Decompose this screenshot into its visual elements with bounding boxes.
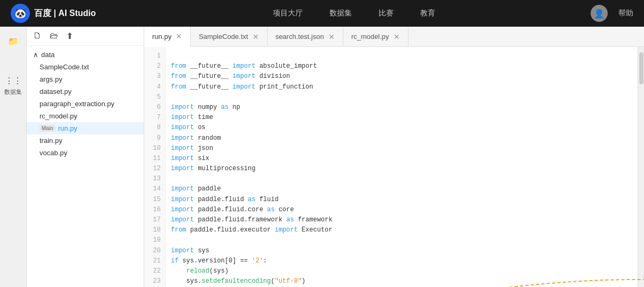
- tree-file-name: vocab.py: [40, 149, 67, 157]
- new-file-icon[interactable]: 🗋: [33, 31, 42, 41]
- line-num: 8: [144, 123, 165, 133]
- scrollbar-thumb[interactable]: [639, 52, 643, 84]
- line-num: 5: [144, 92, 165, 102]
- nav-right: 👤 帮助: [591, 5, 633, 22]
- main-badge: Main: [40, 125, 56, 132]
- tab-runpy[interactable]: run.py ✕: [144, 27, 191, 47]
- nav-link-datasets[interactable]: 数据集: [329, 9, 352, 18]
- line-num: 6: [144, 102, 165, 113]
- sidebar-item-datasets[interactable]: ⋮⋮ 数据集: [2, 71, 25, 99]
- tab-close-icon[interactable]: ✕: [328, 33, 335, 41]
- line-num: 22: [144, 266, 165, 276]
- upload-icon[interactable]: ⬆: [66, 31, 73, 41]
- tab-rcmodel[interactable]: rc_model.py ✕: [343, 27, 409, 46]
- main-layout: 📁 ⋮⋮ 数据集 🗋 🗁 ⬆ ∧ data SampleCode.txt arg…: [0, 27, 644, 287]
- line-num: 14: [144, 184, 165, 194]
- tree-folder-label: data: [41, 51, 54, 59]
- tab-label: SampleCode.txt: [199, 33, 248, 41]
- tree-file-rcmodel[interactable]: rc_model.py: [27, 110, 144, 122]
- tab-close-icon[interactable]: ✕: [394, 33, 400, 41]
- tab-label: run.py: [152, 33, 171, 41]
- help-link[interactable]: 帮助: [618, 9, 633, 18]
- tree-file-paragraph[interactable]: paragraph_extraction.py: [27, 98, 144, 110]
- tree-file-name: train.py: [40, 137, 62, 145]
- tree-file-samplecode[interactable]: SampleCode.txt: [27, 61, 144, 73]
- vertical-scrollbar[interactable]: [638, 47, 644, 287]
- editor-tabs: run.py ✕ SampleCode.txt ✕ search.test.js…: [144, 27, 644, 47]
- tab-searchtest[interactable]: search.test.json ✕: [268, 27, 343, 46]
- line-num: 9: [144, 133, 165, 144]
- code-editor: 1 2 3 4 5 6 7 8 9 10 11 12 13 14 15 16 1: [144, 47, 644, 287]
- tab-label: search.test.json: [276, 33, 324, 41]
- top-nav: 🐼 百度 | AI Studio 项目大厅 数据集 比赛 教育 👤 帮助: [0, 0, 644, 27]
- tree-file-name: SampleCode.txt: [40, 63, 89, 71]
- file-tree: 🗋 🗁 ⬆ ∧ data SampleCode.txt args.py data…: [27, 27, 144, 287]
- line-num: 2: [144, 61, 165, 71]
- tree-file-name: paragraph_extraction.py: [40, 100, 114, 108]
- editor-outer: run.py ✕ SampleCode.txt ✕ search.test.js…: [144, 27, 644, 287]
- line-num: 18: [144, 225, 165, 235]
- tree-file-name: run.py: [58, 124, 77, 132]
- sidebar-icons: 📁 ⋮⋮ 数据集: [0, 27, 27, 287]
- tree-file-name: rc_model.py: [40, 112, 77, 120]
- line-num: 11: [144, 154, 165, 164]
- line-num: 1: [144, 51, 165, 61]
- tree-file-train[interactable]: train.py: [27, 134, 144, 147]
- new-folder-icon[interactable]: 🗁: [50, 31, 58, 41]
- tree-folder-data[interactable]: ∧ data: [27, 49, 144, 61]
- line-num: 17: [144, 215, 165, 225]
- nav-links: 项目大厅 数据集 比赛 教育: [117, 9, 591, 18]
- tree-file-name: args.py: [40, 75, 62, 83]
- logo-text: 百度 | AI Studio: [34, 8, 96, 19]
- sidebar-datasets-label: 数据集: [4, 88, 22, 96]
- code-content[interactable]: from __future__ import absolute_import f…: [166, 47, 638, 287]
- tab-close-icon[interactable]: ✕: [176, 33, 182, 40]
- grid-icon: ⋮⋮: [7, 74, 20, 87]
- line-num: 21: [144, 256, 165, 266]
- line-num: 20: [144, 246, 165, 256]
- tree-file-vocab[interactable]: vocab.py: [27, 147, 144, 159]
- baidu-logo-icon: 🐼: [11, 4, 30, 23]
- tree-file-args[interactable]: args.py: [27, 73, 144, 85]
- tab-samplecode[interactable]: SampleCode.txt ✕: [191, 27, 268, 46]
- file-tree-toolbar: 🗋 🗁 ⬆: [27, 27, 144, 46]
- folder-chevron-icon: ∧: [33, 51, 38, 59]
- line-num: 23: [144, 276, 165, 286]
- line-num: 12: [144, 164, 165, 174]
- line-num: 19: [144, 235, 165, 245]
- tree-file-name: dataset.py: [40, 87, 72, 95]
- line-num: 10: [144, 144, 165, 154]
- tab-label: rc_model.py: [351, 33, 389, 41]
- editor-area: run.py ✕ SampleCode.txt ✕ search.test.js…: [144, 27, 644, 287]
- user-avatar[interactable]: 👤: [591, 5, 608, 22]
- line-num: 16: [144, 205, 165, 215]
- sidebar-item-files[interactable]: 📁: [4, 32, 22, 50]
- nav-logo: 🐼 百度 | AI Studio: [11, 4, 96, 23]
- line-num: 7: [144, 113, 165, 123]
- tab-close-icon[interactable]: ✕: [253, 33, 259, 41]
- line-num: 4: [144, 82, 165, 92]
- tree-file-runpy[interactable]: Main run.py: [27, 122, 144, 134]
- nav-link-competition[interactable]: 比赛: [379, 9, 394, 18]
- nav-link-projects[interactable]: 项目大厅: [273, 9, 303, 18]
- file-tree-content: ∧ data SampleCode.txt args.py dataset.py…: [27, 46, 144, 287]
- line-numbers: 1 2 3 4 5 6 7 8 9 10 11 12 13 14 15 16 1: [144, 47, 166, 287]
- folder-icon: 📁: [7, 35, 20, 47]
- line-num: 13: [144, 174, 165, 184]
- nav-link-education[interactable]: 教育: [420, 9, 435, 18]
- tree-file-dataset[interactable]: dataset.py: [27, 85, 144, 98]
- line-num: 15: [144, 195, 165, 205]
- line-num: 3: [144, 71, 165, 82]
